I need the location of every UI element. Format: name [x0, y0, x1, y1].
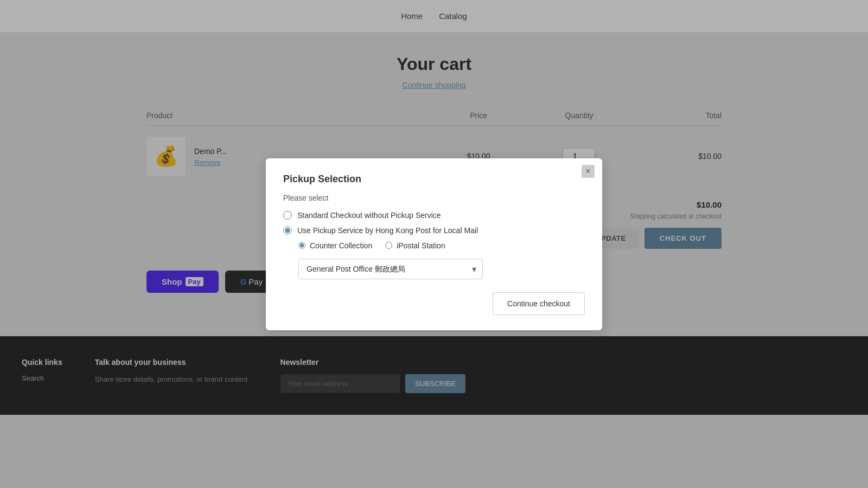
pickup-location-select-wrapper: General Post Office 郵政總局 Tsim Sha Tsui P…: [298, 259, 483, 279]
radio-standard[interactable]: [283, 211, 292, 220]
sub-options: Counter Collection iPostal Station: [298, 241, 585, 250]
modal-close-button[interactable]: ×: [582, 165, 595, 178]
modal-title: Pickup Selection: [283, 174, 585, 185]
sub-option-counter[interactable]: Counter Collection: [298, 241, 372, 250]
radio-hkpost[interactable]: [283, 226, 292, 235]
radio-counter[interactable]: [298, 242, 305, 249]
option-hkpost: Use Pickup Service by Hong Kong Post for…: [283, 226, 585, 235]
modal-actions: Continue checkout: [283, 292, 585, 315]
continue-checkout-button[interactable]: Continue checkout: [493, 292, 585, 315]
modal-subtitle: Please select: [283, 194, 585, 202]
option-standard: Standard Checkout without Pickup Service: [283, 211, 585, 220]
option-hkpost-label: Use Pickup Service by Hong Kong Post for…: [297, 226, 478, 235]
radio-ipostal[interactable]: [385, 242, 392, 249]
sub-option-ipostal[interactable]: iPostal Station: [385, 241, 445, 250]
option-standard-label: Standard Checkout without Pickup Service: [297, 211, 441, 220]
pickup-selection-modal: × Pickup Selection Please select Standar…: [266, 158, 602, 330]
pickup-location-select[interactable]: General Post Office 郵政總局 Tsim Sha Tsui P…: [298, 259, 483, 279]
modal-overlay: × Pickup Selection Please select Standar…: [0, 0, 868, 488]
counter-label: Counter Collection: [310, 241, 372, 250]
ipostal-label: iPostal Station: [397, 241, 445, 250]
